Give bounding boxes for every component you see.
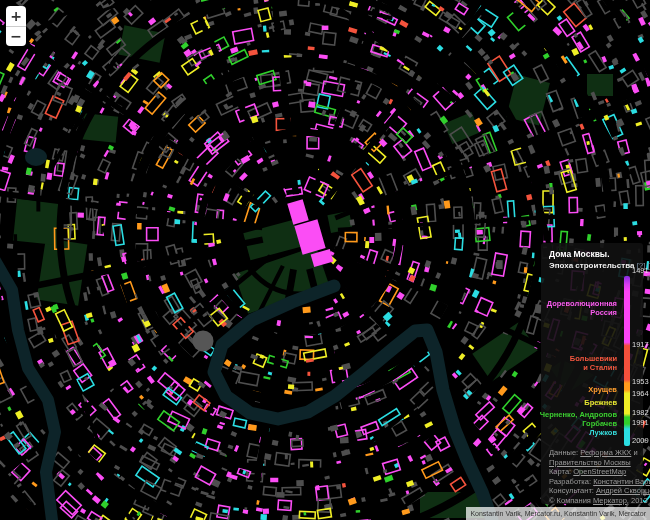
map-attribution: Konstantin Varik, Mercator.ru, Konstanti… <box>466 507 650 520</box>
credit-text: Данные: <box>549 448 580 457</box>
era-label-brezhnev: Брежнев <box>584 398 617 407</box>
zoom-in-button[interactable]: + <box>6 6 26 27</box>
credit-line: Правительство Москвы <box>549 458 650 468</box>
credit-text: Разработка: <box>549 477 593 486</box>
credit-text: и <box>631 448 637 457</box>
legend-panel: Дома Москвы. Эпоха строительства [?] [≡]… <box>541 243 643 504</box>
legend-year-1917: 1917 <box>632 340 649 349</box>
era-label-luzhkov: Лужков <box>589 428 617 437</box>
era-label-bolsheviks-stalin: Большевикии Сталин <box>570 354 617 372</box>
credit-link[interactable]: Константин Варик <box>593 477 650 486</box>
legend-credits: Данные: Реформа ЖКХ иПравительство Москв… <box>549 448 650 505</box>
credit-line: Данные: Реформа ЖКХ и <box>549 448 650 458</box>
legend-year-1982: 1982 <box>632 408 649 417</box>
era-label-pre-revolution: ДореволюционнаяРоссия <box>547 299 617 317</box>
credit-link[interactable]: Правительство Москвы <box>549 458 631 467</box>
credit-link[interactable]: Андрей Скворцов <box>596 486 650 495</box>
legend-year-1964: 1964 <box>632 389 649 398</box>
credit-line: Разработка: Константин Варик <box>549 477 650 487</box>
zoom-control: + − <box>6 6 26 46</box>
credit-text: , 2013 <box>627 496 648 505</box>
legend-title: Дома Москвы. <box>549 249 610 259</box>
credit-link[interactable]: Реформа ЖКХ <box>580 448 631 457</box>
credit-line: © Компания Меркатор, 2013 <box>549 496 650 506</box>
credit-text: © Компания <box>549 496 593 505</box>
legend-year-1491: 1491 <box>632 266 649 275</box>
era-label-chernenko-andropov-gorbachev: Черненко, АндроповГорбачев <box>540 410 617 428</box>
legend-year-1991: 1991 <box>632 418 649 427</box>
credit-link[interactable]: OpenStreetMap <box>573 467 626 476</box>
credit-link[interactable]: Меркатор <box>593 496 627 505</box>
credit-text: Консультант: <box>549 486 596 495</box>
credit-text: Карта: <box>549 467 573 476</box>
credit-line: Карта: OpenStreetMap <box>549 467 650 477</box>
era-label-khrushchev: Хрущев <box>588 385 617 394</box>
credit-line: Консультант: Андрей Скворцов <box>549 486 650 496</box>
legend-year-1953: 1953 <box>632 377 649 386</box>
zoom-out-button[interactable]: − <box>6 27 26 47</box>
legend-subtitle-text: Эпоха строительства <box>549 261 634 270</box>
legend-year-2009: 2009 <box>632 436 649 445</box>
legend-gradient-bar <box>624 276 630 446</box>
